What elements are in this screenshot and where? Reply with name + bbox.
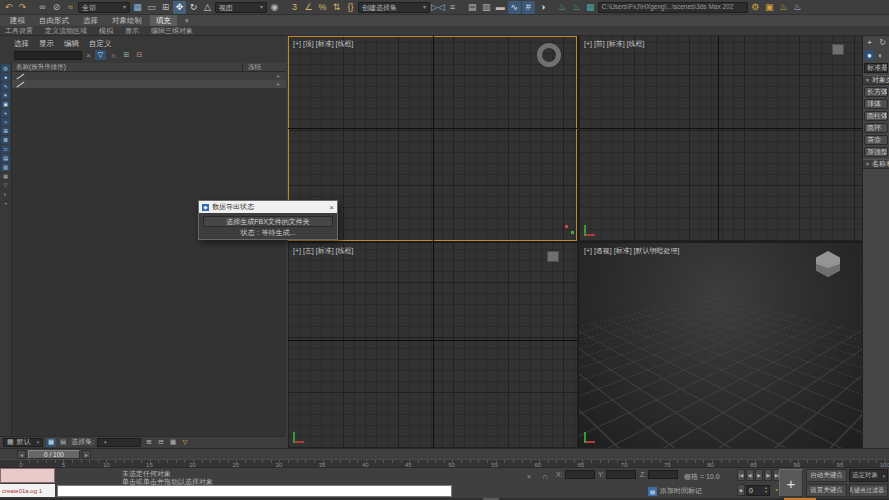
- ribbon-collapse-icon[interactable]: ▾: [185, 17, 189, 25]
- viewport-front[interactable]: [+] [前] [标准] [线框]: [579, 36, 862, 241]
- row-add-icon[interactable]: +: [242, 73, 282, 80]
- select-by-name-icon[interactable]: ▦: [131, 1, 144, 14]
- selection-filter-funnel-icon[interactable]: ▽: [180, 438, 190, 447]
- row-add-icon[interactable]: +: [242, 81, 282, 88]
- select-region-icon[interactable]: ▭: [145, 1, 158, 14]
- frozen-filter-icon[interactable]: ▦: [1, 172, 10, 180]
- selection-filter-dropdown[interactable]: 全部: [78, 2, 130, 13]
- set-key-button[interactable]: 设置关键点: [806, 484, 847, 497]
- reference-coordinate-dropdown[interactable]: 视图: [215, 2, 267, 13]
- viewcube-mini[interactable]: [832, 44, 844, 55]
- ribbon-tab-populate[interactable]: 填充: [150, 15, 177, 26]
- explorer-menu-select[interactable]: 选择: [14, 39, 29, 48]
- auto-key-button[interactable]: 自动关键点: [806, 469, 847, 482]
- x-coordinate-field[interactable]: [565, 470, 595, 479]
- primitive-button[interactable]: 圆环: [864, 123, 888, 133]
- add-selection-set-icon[interactable]: ⊞: [144, 438, 154, 447]
- ribbon-tool-display[interactable]: 显示: [125, 26, 139, 36]
- viewport-left[interactable]: [+] [左] [标准] [线框]: [288, 243, 577, 448]
- primitive-button[interactable]: 茶壶: [864, 135, 888, 145]
- angle-snap-icon[interactable]: ∠: [302, 1, 315, 14]
- select-link-icon[interactable]: ∞: [36, 1, 49, 14]
- create-tab[interactable]: +: [865, 38, 874, 48]
- frame-spinner[interactable]: ▴▾: [765, 486, 767, 494]
- z-coordinate-field[interactable]: [648, 470, 678, 479]
- explorer-menu-display[interactable]: 显示: [39, 39, 54, 48]
- maxscript-mini-listener[interactable]: [57, 485, 452, 497]
- named-selection-dropdown[interactable]: 创建选择集: [358, 2, 430, 13]
- play-button[interactable]: ▶: [755, 469, 763, 481]
- scale-icon[interactable]: △: [201, 1, 214, 14]
- hidden-filter-icon[interactable]: ▽: [1, 181, 10, 189]
- explorer-menu-edit[interactable]: 编辑: [64, 39, 79, 48]
- viewcube-top-ring[interactable]: [537, 43, 561, 67]
- explorer-column-header[interactable]: 名称(按升序排序) 冻结: [12, 63, 286, 72]
- frozen-column-header[interactable]: 冻结: [242, 63, 282, 72]
- unlink-icon[interactable]: ⊘: [50, 1, 63, 14]
- name-color-rollout[interactable]: ▼ 名称和颜色: [863, 159, 889, 169]
- ribbon-tab-selection[interactable]: 选择: [77, 15, 104, 26]
- curve-editor-icon[interactable]: ∿: [508, 1, 521, 14]
- time-slider-handle[interactable]: 0 / 100: [28, 450, 80, 459]
- material-editor-icon[interactable]: ◑: [536, 1, 549, 14]
- cameras-filter-icon[interactable]: ▣: [1, 100, 10, 108]
- shapes-filter-icon[interactable]: ∿: [1, 82, 10, 90]
- spinner-snap-icon[interactable]: ⇅: [330, 1, 343, 14]
- collapse-filter-icon[interactable]: ¬: [1, 199, 10, 207]
- name-column-header[interactable]: 名称(按升序排序): [16, 63, 66, 72]
- ribbon-tool-edit-3d[interactable]: 编辑三维对象: [151, 26, 193, 36]
- explorer-menu-customize[interactable]: 自定义: [89, 39, 112, 48]
- spacewarps-filter-icon[interactable]: ≈: [1, 118, 10, 126]
- containers-filter-icon[interactable]: ▤: [1, 154, 10, 162]
- undo-icon[interactable]: ↶: [2, 1, 15, 14]
- key-filters-button[interactable]: 关键点过滤器...: [849, 484, 888, 497]
- search-input[interactable]: [14, 51, 82, 60]
- percent-snap-icon[interactable]: %: [316, 1, 329, 14]
- render-production-icon[interactable]: ⚙: [749, 1, 762, 14]
- key-mode-toggle-icon[interactable]: ◆: [737, 484, 745, 496]
- previous-frame-button[interactable]: ◀|: [746, 469, 754, 481]
- scene-object-marker[interactable]: [565, 225, 568, 228]
- rotate-icon[interactable]: ↻: [187, 1, 200, 14]
- time-slider-next-icon[interactable]: ►: [82, 450, 91, 459]
- viewport-perspective-label[interactable]: [+] [透视] [标准] [默认明暗处理]: [584, 246, 679, 256]
- layer-explorer-toggle-icon[interactable]: ▥: [480, 1, 493, 14]
- modify-tab[interactable]: ↻: [878, 38, 887, 48]
- toolbar-icon[interactable]: [282, 1, 287, 14]
- groups-filter-icon[interactable]: ⊞: [1, 127, 10, 135]
- explorer-list-view-icon[interactable]: ▦: [46, 438, 56, 447]
- filter-icon[interactable]: ▽: [95, 50, 106, 60]
- selection-set-dropdown[interactable]: [97, 438, 141, 447]
- remove-selection-set-icon[interactable]: ⊟: [156, 438, 166, 447]
- mirror-icon[interactable]: ▷◁: [431, 1, 445, 14]
- next-frame-button[interactable]: |▶: [764, 469, 772, 481]
- render-icon[interactable]: ♨: [777, 1, 790, 14]
- geometry-filter-icon[interactable]: ●: [1, 73, 10, 81]
- snap-toggle-icon[interactable]: 3: [288, 1, 301, 14]
- toolbar-icon[interactable]: [30, 1, 35, 14]
- explorer-tree-view-icon[interactable]: ▤: [58, 438, 68, 447]
- helpers-filter-icon[interactable]: +: [1, 109, 10, 117]
- close-icon[interactable]: ×: [329, 203, 334, 212]
- lock-explorer-icon[interactable]: ∩: [108, 50, 119, 60]
- select-move-icon[interactable]: ✥: [173, 1, 186, 14]
- primitive-button[interactable]: 长方体: [864, 87, 888, 97]
- project-path-field[interactable]: C:\Users\FxJ\HXgeng\...\scenes\3ds Max 2…: [598, 2, 748, 13]
- pick-parent-icon[interactable]: ⊞: [121, 50, 132, 60]
- search-clear-icon[interactable]: ×: [85, 51, 92, 60]
- viewport-left-label[interactable]: [+] [左] [标准] [线框]: [293, 246, 353, 256]
- shapes-category[interactable]: ◐: [876, 50, 885, 60]
- primitive-button[interactable]: 球体: [864, 99, 888, 109]
- selected-objects-dropdown[interactable]: 选定对象: [849, 469, 888, 482]
- xrefs-filter-icon[interactable]: ⊠: [1, 136, 10, 144]
- time-slider-prev-icon[interactable]: ◄: [17, 450, 26, 459]
- ribbon-tab-object-paint[interactable]: 对象绘制: [106, 15, 148, 26]
- ribbon-tab-freeform[interactable]: 自由形式: [33, 15, 75, 26]
- render-setup-teapot-icon[interactable]: ♨: [556, 1, 569, 14]
- redo-icon[interactable]: ↷: [16, 1, 29, 14]
- align-icon[interactable]: ≡: [446, 1, 459, 14]
- macro-recorder-pane[interactable]: [0, 468, 55, 483]
- object-type-rollout[interactable]: ▼ 对象类型: [863, 75, 889, 85]
- ribbon-tool-settings[interactable]: 工具设置: [5, 26, 33, 36]
- explorer-preset-dropdown[interactable]: ▦ 默认: [3, 438, 43, 447]
